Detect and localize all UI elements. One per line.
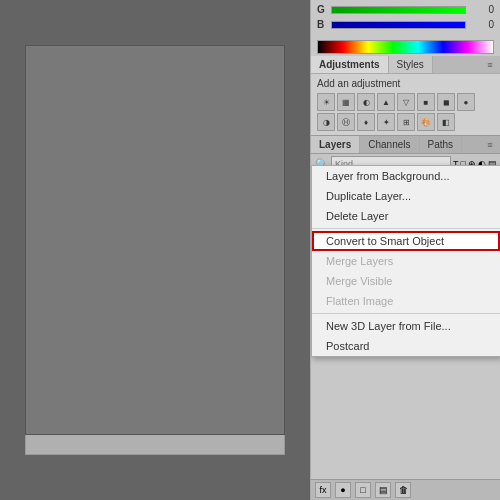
blue-value: 0 [470,19,494,30]
separator-2 [312,228,500,229]
green-label: G [317,4,327,15]
context-menu-item-4[interactable]: Merge Layers [312,251,500,271]
adj-icon-2[interactable]: ▦ [337,93,355,111]
app-root: G 0 B 0 Adjustments Styles ≡ Add an adju… [0,0,500,500]
adj-icon-1[interactable]: ☀ [317,93,335,111]
adj-icon-10[interactable]: Ⓗ [337,113,355,131]
tab-styles[interactable]: Styles [389,56,433,73]
new-layer-icon[interactable]: ▤ [375,482,391,498]
tab-adjustments[interactable]: Adjustments [311,56,389,73]
separator-6 [312,313,500,314]
context-menu-item-0[interactable]: Layer from Background... [312,166,500,186]
tab-paths[interactable]: Paths [420,136,463,153]
canvas-bottom-bar [25,435,285,455]
layers-panel: Layers Channels Paths ≡ 🔍 T □ ⊕ ◐ ▤ [311,135,500,500]
context-menu-item-8[interactable]: Postcard [312,336,500,356]
blue-label: B [317,19,327,30]
context-menu-item-5[interactable]: Merge Visible [312,271,500,291]
sliders-section: G 0 B 0 [311,0,500,38]
adj-icon-6[interactable]: ■ [417,93,435,111]
blue-slider-row: B 0 [317,19,494,30]
context-menu-item-7[interactable]: New 3D Layer from File... [312,316,500,336]
adj-icon-14[interactable]: 🎨 [417,113,435,131]
new-group-icon[interactable]: □ [355,482,371,498]
layers-bottom-bar: fx ● □ ▤ 🗑 [311,479,500,500]
adj-tabs: Adjustments Styles ≡ [311,56,500,74]
context-menu-item-1[interactable]: Duplicate Layer... [312,186,500,206]
green-value: 0 [470,4,494,15]
green-slider[interactable] [331,6,466,14]
adj-icons: ☀ ▦ ◐ ▲ ▽ ■ ◼ ● ◑ Ⓗ ♦ ✦ ⊞ 🎨 ◧ [317,93,494,131]
context-menu-item-3[interactable]: Convert to Smart Object [312,231,500,251]
adj-icon-5[interactable]: ▽ [397,93,415,111]
adj-icon-13[interactable]: ⊞ [397,113,415,131]
context-menu-item-6[interactable]: Flatten Image [312,291,500,311]
green-slider-row: G 0 [317,4,494,15]
delete-layer-icon[interactable]: 🗑 [395,482,411,498]
adj-icon-12[interactable]: ✦ [377,113,395,131]
fill-circle-icon[interactable]: ● [335,482,351,498]
tab-channels[interactable]: Channels [360,136,419,153]
add-adjustment-label: Add an adjustment [317,78,494,89]
adj-icon-4[interactable]: ▲ [377,93,395,111]
panel-menu-icon[interactable]: ≡ [483,58,497,72]
context-menu-item-2[interactable]: Delete Layer [312,206,500,226]
fx-icon[interactable]: fx [315,482,331,498]
adj-icon-9[interactable]: ◑ [317,113,335,131]
canvas [25,45,285,435]
adj-icon-7[interactable]: ◼ [437,93,455,111]
blue-slider[interactable] [331,21,466,29]
right-panel: G 0 B 0 Adjustments Styles ≡ Add an adju… [310,0,500,500]
canvas-area [0,0,310,500]
color-gradient-bar[interactable] [317,40,494,54]
context-menu: Layer from Background...Duplicate Layer.… [311,165,500,357]
adj-icon-8[interactable]: ● [457,93,475,111]
tab-layers[interactable]: Layers [311,136,360,153]
adj-content: Add an adjustment ☀ ▦ ◐ ▲ ▽ ■ ◼ ● ◑ Ⓗ ♦ … [311,74,500,135]
layers-menu-icon[interactable]: ≡ [483,138,497,152]
adj-icon-3[interactable]: ◐ [357,93,375,111]
adj-icon-15[interactable]: ◧ [437,113,455,131]
layers-tabs-bar: Layers Channels Paths ≡ [311,135,500,154]
adj-icon-11[interactable]: ♦ [357,113,375,131]
